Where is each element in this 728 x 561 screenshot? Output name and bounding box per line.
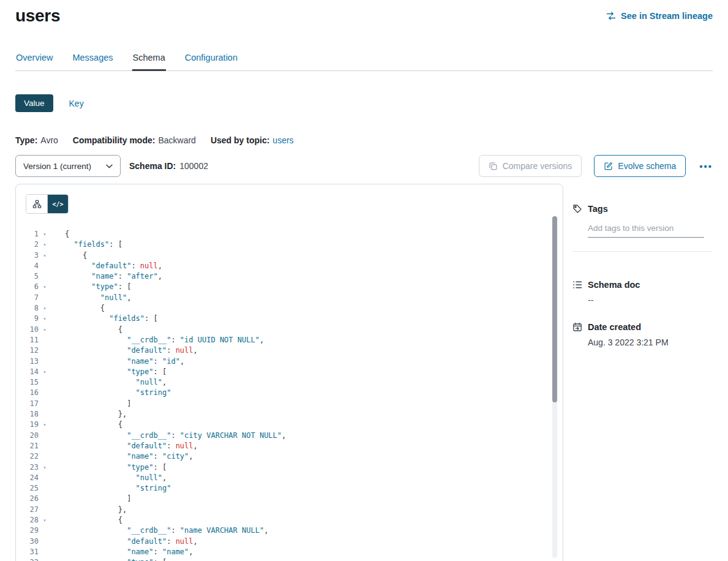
fold-toggle-icon[interactable]: ▾ bbox=[39, 239, 51, 250]
fold-spacer bbox=[39, 293, 51, 303]
code-line: 20 "__crdb__": "city VARCHAR NOT NULL", bbox=[16, 431, 563, 441]
page: users See in Stream lineage OverviewMess… bbox=[0, 0, 728, 561]
value-key-toggle: Value Key bbox=[15, 94, 713, 112]
line-number: 20 bbox=[16, 431, 39, 441]
editor-scrollbar-thumb[interactable] bbox=[552, 216, 557, 402]
code-text: { bbox=[65, 250, 87, 261]
compatibility-value: Backward bbox=[158, 135, 195, 145]
version-select[interactable]: Version 1 (current) bbox=[15, 155, 121, 177]
value-toggle-button[interactable]: Value bbox=[15, 94, 53, 112]
meta-used-by-topic: Used by topic: users bbox=[211, 135, 294, 145]
tags-title: Tags bbox=[588, 204, 608, 214]
code-text: "type": [ bbox=[65, 282, 131, 292]
page-header: users See in Stream lineage bbox=[15, 0, 713, 26]
code-text: "name": "city", bbox=[65, 451, 193, 462]
schema-id-value: 100002 bbox=[179, 161, 208, 171]
code-view-icon: </> bbox=[52, 201, 63, 208]
topic-link[interactable]: users bbox=[272, 135, 293, 145]
line-number: 13 bbox=[16, 356, 39, 367]
date-created-title: Date created bbox=[588, 322, 641, 332]
schema-id: Schema ID: 100002 bbox=[129, 161, 208, 171]
fold-toggle-icon[interactable]: ▾ bbox=[39, 325, 51, 335]
stream-lineage-icon bbox=[606, 11, 616, 21]
code-text: "fields": [ bbox=[65, 314, 158, 324]
key-toggle-button[interactable]: Key bbox=[69, 99, 84, 108]
schema-code-editor[interactable]: 1▾{2▾ "fields": [3▾ {4 "default": null,5… bbox=[16, 229, 563, 561]
compare-versions-button[interactable]: Compare versions bbox=[479, 155, 582, 177]
code-line: 5 "name": "after", bbox=[16, 271, 563, 282]
line-number: 31 bbox=[16, 547, 39, 557]
line-number: 21 bbox=[16, 441, 39, 451]
line-number: 5 bbox=[16, 271, 39, 282]
code-text: ] bbox=[65, 399, 131, 409]
fold-toggle-icon[interactable]: ▾ bbox=[39, 282, 51, 292]
line-number: 15 bbox=[16, 377, 39, 388]
fold-toggle-icon[interactable]: ▾ bbox=[39, 314, 51, 324]
fold-spacer bbox=[39, 525, 51, 536]
code-line: 22 "name": "city", bbox=[16, 451, 563, 462]
code-text: "default": null, bbox=[65, 537, 198, 547]
fold-toggle-icon[interactable]: ▾ bbox=[39, 462, 51, 473]
code-line: 7 "null", bbox=[16, 293, 563, 303]
code-text: "__crdb__": "name VARCHAR NULL", bbox=[65, 525, 268, 536]
stream-lineage-label: See in Stream lineage bbox=[621, 11, 713, 21]
code-text: }, bbox=[65, 409, 127, 420]
schema-doc-header: Schema doc bbox=[572, 280, 713, 290]
code-line: 12 "default": null, bbox=[16, 345, 563, 356]
code-text: "type": [ bbox=[65, 462, 167, 473]
fold-toggle-icon[interactable]: ▾ bbox=[39, 367, 51, 377]
code-line: 8▾ { bbox=[16, 303, 563, 314]
tree-view-icon bbox=[32, 200, 42, 209]
fold-toggle-icon[interactable]: ▾ bbox=[39, 515, 51, 525]
code-lines: 1▾{2▾ "fields": [3▾ {4 "default": null,5… bbox=[16, 229, 563, 561]
more-options-button[interactable]: ••• bbox=[699, 161, 713, 171]
tree-view-button[interactable] bbox=[26, 195, 47, 213]
line-number: 10 bbox=[16, 325, 39, 335]
tab-messages[interactable]: Messages bbox=[72, 53, 113, 70]
line-number: 4 bbox=[16, 261, 39, 271]
tag-icon bbox=[572, 204, 582, 214]
code-text: "default": null, bbox=[65, 345, 198, 356]
fold-toggle-icon[interactable]: ▾ bbox=[39, 229, 51, 239]
line-number: 32 bbox=[16, 557, 39, 561]
fold-toggle-icon[interactable]: ▾ bbox=[39, 303, 51, 314]
fold-spacer bbox=[39, 356, 51, 367]
fold-toggle-icon[interactable]: ▾ bbox=[39, 420, 51, 430]
line-number: 25 bbox=[16, 483, 39, 494]
tabs: OverviewMessagesSchemaConfiguration bbox=[15, 53, 713, 71]
line-number: 3 bbox=[16, 250, 39, 261]
tab-overview[interactable]: Overview bbox=[15, 53, 53, 70]
evolve-schema-label: Evolve schema bbox=[618, 161, 676, 171]
fold-spacer bbox=[39, 388, 51, 398]
tab-schema[interactable]: Schema bbox=[132, 53, 166, 70]
compatibility-label: Compatibility mode: bbox=[73, 135, 156, 145]
tab-configuration[interactable]: Configuration bbox=[184, 53, 238, 70]
fold-toggle-icon[interactable]: ▾ bbox=[39, 557, 51, 561]
code-text: "default": null, bbox=[65, 441, 198, 451]
editor-scrollbar-track[interactable] bbox=[552, 216, 557, 558]
code-text: "name": "id", bbox=[65, 356, 184, 367]
fold-toggle-icon[interactable]: ▾ bbox=[39, 250, 51, 261]
fold-spacer bbox=[39, 441, 51, 451]
fold-spacer bbox=[39, 537, 51, 547]
code-view-button[interactable]: </> bbox=[47, 195, 68, 213]
code-text: "string" bbox=[65, 483, 171, 494]
schema-doc-section: Schema doc -- bbox=[572, 280, 713, 305]
edit-icon bbox=[604, 162, 613, 171]
tags-input[interactable] bbox=[588, 224, 704, 238]
line-number: 26 bbox=[16, 494, 39, 504]
code-line: 26 ] bbox=[16, 494, 563, 504]
code-text: { bbox=[65, 420, 122, 430]
code-text: "string" bbox=[65, 388, 171, 398]
stream-lineage-link[interactable]: See in Stream lineage bbox=[606, 11, 713, 21]
fold-spacer bbox=[39, 335, 51, 345]
evolve-schema-button[interactable]: Evolve schema bbox=[594, 155, 686, 177]
fold-spacer bbox=[39, 483, 51, 494]
line-number: 30 bbox=[16, 537, 39, 547]
type-label: Type: bbox=[15, 135, 37, 145]
schema-meta: Type: Avro Compatibility mode: Backward … bbox=[15, 135, 713, 145]
code-text: "type": [ bbox=[65, 557, 167, 561]
schema-editor-panel: </> 1▾{2▾ "fields": [3▾ {4 "default": nu… bbox=[15, 184, 563, 561]
line-number: 12 bbox=[16, 345, 39, 356]
schema-sidebar: Tags Schema doc -- bbox=[563, 184, 713, 561]
